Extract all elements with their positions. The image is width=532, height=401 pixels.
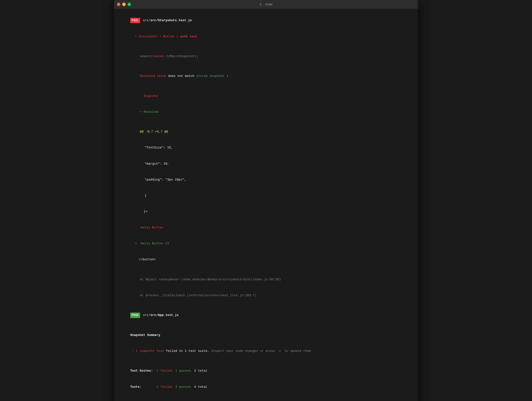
snapshots-line: Snapshots: 1 failed, 2 passed, 3 total bbox=[119, 395, 413, 401]
diff-content-2: "margin": 10, bbox=[133, 156, 413, 172]
tests-line: Tests: 1 failed, 3 passed, 4 total bbox=[119, 379, 413, 395]
terminal-window: 3. node FAIL src/src/Storyshots.test.js … bbox=[114, 0, 418, 401]
pass-line: PASS src/src/App.test.js bbox=[119, 307, 413, 323]
terminal-body: FAIL src/src/Storyshots.test.js • Storys… bbox=[114, 9, 418, 401]
diff-content-5: }> bbox=[129, 204, 413, 220]
test-suites-line: Test Suites: 1 failed, 1 passed, 2 total bbox=[119, 363, 413, 379]
diff-content-4: } bbox=[133, 188, 413, 204]
stack-trace-1: at Object.<anonymous> (node_modules/@kad… bbox=[129, 272, 413, 287]
minimize-button[interactable] bbox=[122, 3, 126, 6]
snapshot-minus-line: - Snapshot bbox=[129, 88, 413, 104]
diff-plus: + Hello Button 23 bbox=[124, 236, 413, 252]
snapshot-summary-detail: › 1 snapshot test failed in 1 test suite… bbox=[119, 343, 413, 359]
close-button[interactable] bbox=[117, 3, 120, 6]
test-name-bold: with text bbox=[180, 35, 197, 38]
window-title: 3. node bbox=[259, 3, 273, 6]
snapshot-plus-line: + Received bbox=[129, 104, 413, 120]
stack-trace-2: at process._tickCallback (internal/proce… bbox=[129, 287, 413, 303]
diff-content-3: "padding": "3px 10px", bbox=[133, 172, 413, 188]
pass-badge: PASS bbox=[130, 313, 140, 318]
diff-minus: - Hello Button bbox=[124, 220, 413, 236]
test-name-line: • Storyshots > Button > with text bbox=[124, 29, 413, 45]
expect-line: expect(value).toMatchSnapshot() bbox=[129, 48, 413, 64]
diff-content-1: "fontSize": 15, bbox=[133, 140, 413, 156]
diff-close: </button> bbox=[124, 252, 413, 267]
diff-header-line: @@ -9,7 +9,7 @@ bbox=[129, 124, 413, 140]
fail-badge: FAIL bbox=[130, 18, 140, 23]
pass-filename: src/App.test.js bbox=[150, 313, 179, 317]
snapshot-summary-header: Snapshot Summary bbox=[119, 327, 413, 343]
maximize-button[interactable] bbox=[128, 3, 131, 6]
received-line: Received value does not match stored sna… bbox=[129, 68, 413, 84]
fail-filename: src/Storyshots.test.js bbox=[150, 19, 192, 22]
fail-line: FAIL src/src/Storyshots.test.js bbox=[119, 13, 413, 29]
titlebar: 3. node bbox=[114, 0, 418, 9]
